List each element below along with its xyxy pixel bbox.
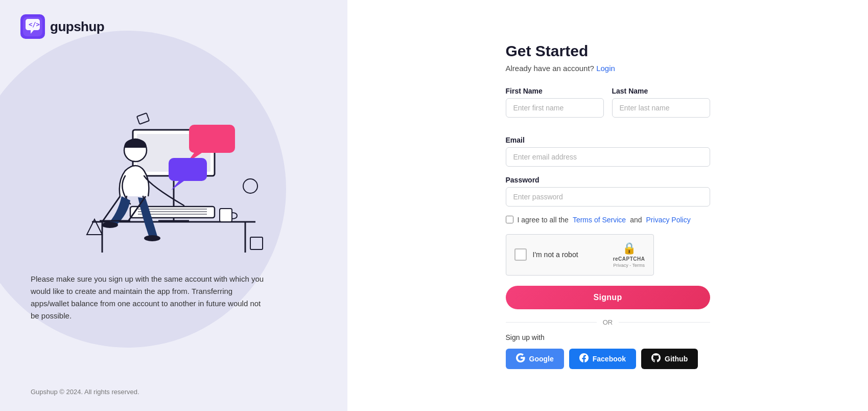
recaptcha-checkbox[interactable] — [514, 248, 527, 261]
logo-icon: </> — [20, 14, 45, 39]
right-panel: Get Started Already have an account? Log… — [347, 0, 868, 411]
or-line-right — [619, 322, 710, 323]
svg-text:</>: </> — [29, 21, 40, 28]
email-group: Email — [506, 136, 710, 167]
recaptcha-brand: reCAPTCHA — [613, 256, 645, 262]
illustration-area — [0, 63, 347, 268]
recaptcha-links: Privacy - Terms — [613, 263, 645, 268]
recaptcha-box[interactable]: I'm not a robot 🔒 reCAPTCHA Privacy - Te… — [506, 234, 654, 276]
subtitle-text: Already have an account? — [506, 64, 594, 73]
recaptcha-right: 🔒 reCAPTCHA Privacy - Terms — [613, 242, 645, 268]
svg-point-16 — [102, 222, 118, 228]
logo-area: </> gupshup — [0, 0, 125, 53]
password-group: Password — [506, 176, 710, 207]
left-description: Please make sure you sign up with the sa… — [0, 268, 296, 322]
first-name-input[interactable] — [506, 98, 604, 118]
terms-and: and — [630, 216, 642, 224]
form-container: Get Started Already have an account? Log… — [506, 42, 710, 369]
footer-text: Gupshup © 2024. All rights reserved. — [31, 388, 139, 396]
recaptcha-left: I'm not a robot — [514, 248, 578, 261]
svg-rect-27 — [137, 113, 149, 124]
github-icon — [651, 353, 661, 364]
terms-checkbox[interactable] — [506, 216, 513, 223]
first-name-label: First Name — [506, 87, 604, 95]
or-divider: OR — [506, 318, 710, 326]
last-name-input[interactable] — [612, 98, 710, 118]
terms-row: I agree to all the Terms of Service and … — [506, 216, 710, 224]
illustration-svg — [51, 63, 296, 268]
google-icon — [516, 353, 525, 364]
last-name-group: Last Name — [612, 87, 710, 118]
subtitle: Already have an account? Login — [506, 64, 710, 73]
facebook-label: Facebook — [593, 355, 626, 363]
terms-prefix: I agree to all the — [518, 216, 569, 224]
last-name-label: Last Name — [612, 87, 710, 95]
logo-text: gupshup — [50, 19, 104, 35]
social-buttons: Google Facebook — [506, 349, 710, 369]
signup-button[interactable]: Signup — [506, 286, 710, 309]
or-line-left — [506, 322, 597, 323]
password-label: Password — [506, 176, 710, 184]
recaptcha-logo-icon: 🔒 — [622, 242, 636, 255]
email-label: Email — [506, 136, 710, 144]
name-row: First Name Last Name — [506, 87, 710, 127]
svg-rect-26 — [250, 237, 263, 249]
sign-up-with-label: Sign up with — [506, 333, 710, 341]
login-link[interactable]: Login — [596, 64, 615, 73]
svg-rect-14 — [220, 209, 232, 222]
svg-rect-21 — [189, 125, 235, 153]
google-signup-button[interactable]: Google — [506, 349, 564, 369]
svg-rect-23 — [169, 158, 207, 181]
left-panel: </> gupshup — [0, 0, 347, 411]
first-name-group: First Name — [506, 87, 604, 118]
facebook-signup-button[interactable]: Facebook — [569, 349, 636, 369]
github-signup-button[interactable]: Github — [641, 349, 698, 369]
svg-point-17 — [144, 235, 160, 241]
terms-link[interactable]: Terms of Service — [573, 216, 626, 224]
password-input[interactable] — [506, 187, 710, 207]
privacy-link[interactable]: Privacy Policy — [646, 216, 691, 224]
page-title: Get Started — [506, 42, 710, 60]
or-text: OR — [603, 318, 613, 326]
facebook-icon — [579, 353, 589, 364]
email-input[interactable] — [506, 147, 710, 167]
recaptcha-label: I'm not a robot — [533, 250, 578, 259]
google-label: Google — [529, 355, 554, 363]
svg-point-28 — [243, 179, 257, 193]
github-label: Github — [665, 355, 688, 363]
